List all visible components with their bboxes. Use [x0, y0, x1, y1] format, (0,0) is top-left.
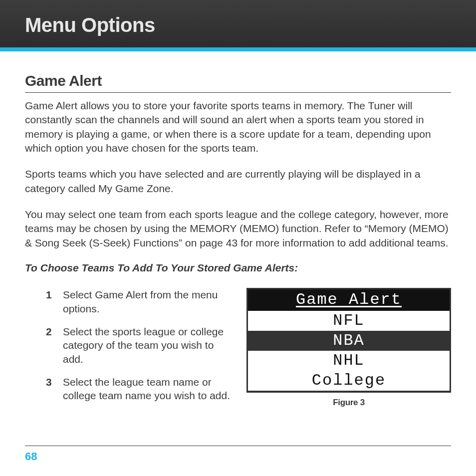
- step-2-text: Select the sports league or college cate…: [63, 325, 234, 366]
- paragraph-3: You may select one team from each sports…: [25, 208, 451, 250]
- steps-subhead: To Choose Teams To Add To Your Stored Ga…: [25, 262, 451, 274]
- accent-bar: [0, 47, 476, 51]
- section-title: Game Alert: [25, 72, 451, 89]
- device-row-nba: NBA: [248, 331, 450, 351]
- device-figure: Game Alert NFL NBA NHL College Figure 3: [246, 288, 451, 408]
- page-header: Menu Options: [0, 0, 476, 47]
- step-3-text: Select the league team name or college t…: [63, 375, 234, 403]
- step-2-num: 2: [46, 325, 54, 366]
- paragraph-1: Game Alert allows you to store your favo…: [25, 99, 451, 155]
- content-area: Game Alert Game Alert allows you to stor…: [0, 51, 476, 412]
- step-2: 2 Select the sports league or college ca…: [46, 325, 234, 366]
- paragraph-2: Sports teams which you have selected and…: [25, 167, 451, 196]
- section-underline: [25, 92, 451, 93]
- device-row-college: College: [248, 371, 450, 391]
- page-number: 68: [25, 450, 37, 463]
- step-1: 1 Select Game Alert from the menu option…: [46, 288, 234, 315]
- step-3-num: 3: [46, 375, 54, 403]
- device-screen: Game Alert NFL NBA NHL College: [246, 288, 451, 393]
- footer-divider: [25, 446, 451, 446]
- figure-caption: Figure 3: [246, 398, 451, 408]
- step-1-text: Select Game Alert from the menu options.: [63, 288, 234, 315]
- page-title: Menu Options: [25, 14, 451, 36]
- steps-list: 1 Select Game Alert from the menu option…: [25, 288, 234, 412]
- two-col-layout: 1 Select Game Alert from the menu option…: [25, 288, 451, 412]
- device-row-nhl: NHL: [248, 351, 450, 371]
- device-row-nfl: NFL: [248, 311, 450, 331]
- step-3: 3 Select the league team name or college…: [46, 375, 234, 403]
- device-screen-title: Game Alert: [248, 289, 450, 311]
- step-1-num: 1: [46, 288, 54, 315]
